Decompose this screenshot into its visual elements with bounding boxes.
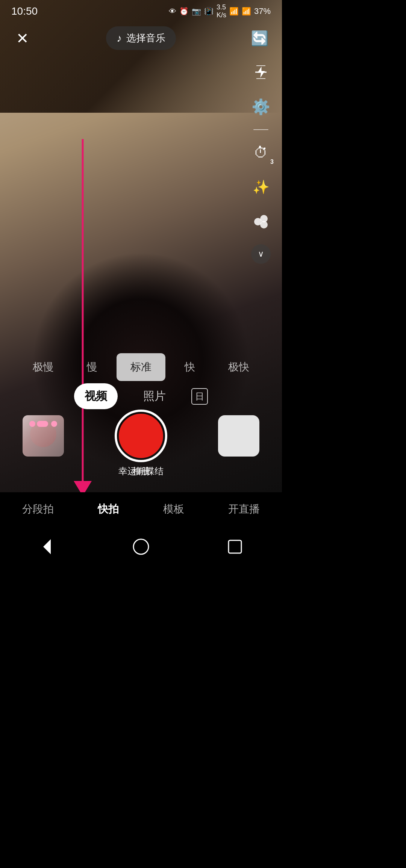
mode-item-照片[interactable]: 照片: [133, 383, 176, 409]
speed-bar: 极慢慢标准快极快: [0, 353, 282, 381]
right-controls: ⚙️ ⏱ 3 ✨ ∨: [249, 60, 273, 264]
expand-button[interactable]: ∨: [251, 244, 271, 264]
wifi-icon: 📶: [229, 7, 239, 16]
toolbar-item-开直播[interactable]: 开直播: [221, 498, 267, 520]
home-button[interactable]: [126, 535, 156, 558]
speed-item-极慢[interactable]: 极慢: [19, 353, 68, 381]
flash-icon: [254, 65, 268, 79]
top-controls: ✕ ♪ 选择音乐 🔄: [0, 26, 282, 50]
status-time: 10:50: [11, 5, 38, 17]
speed-item-极快[interactable]: 极快: [214, 353, 263, 381]
mode-bar: 视频照片日: [0, 383, 282, 409]
navigation-bar: [0, 526, 282, 567]
speed-item-慢[interactable]: 慢: [68, 353, 117, 381]
record-inner-circle: [119, 414, 163, 458]
recents-icon: [226, 537, 244, 556]
status-bar: 10:50 👁 ⏰ 📷 📳 3.5K/s 📶 📶 37%: [0, 0, 282, 23]
close-button[interactable]: ✕: [11, 27, 34, 50]
effects-button[interactable]: ✨: [249, 175, 273, 199]
effects-icon: ✨: [253, 179, 270, 195]
beauty-button[interactable]: [249, 210, 273, 234]
mode-item-视频[interactable]: 视频: [74, 383, 118, 409]
refresh-icon: 🔄: [251, 30, 268, 47]
album-button[interactable]: [218, 415, 259, 457]
home-icon: [132, 537, 150, 556]
toolbar-item-分段拍[interactable]: 分段拍: [15, 498, 61, 520]
back-icon: [38, 537, 56, 556]
timer-button[interactable]: ⏱ 3: [249, 141, 273, 165]
divider: [253, 129, 268, 130]
filter-thumbnail[interactable]: [23, 415, 64, 457]
timer-icon: ⏱: [254, 145, 268, 161]
toolbar-item-快拍[interactable]: 快拍: [90, 498, 126, 520]
eye-icon: 👁: [169, 7, 176, 16]
bottom-controls: 幸运蝴蝶结 相册: [0, 410, 282, 462]
settings-button[interactable]: ⚙️: [249, 95, 273, 119]
alarm-icon: ⏰: [179, 7, 189, 16]
battery-text: 37%: [254, 6, 271, 16]
svg-point-9: [133, 539, 148, 554]
svg-point-7: [260, 221, 268, 228]
avatar-image: [23, 415, 64, 457]
beauty-icon: [253, 213, 269, 230]
music-button[interactable]: ♪ 选择音乐: [106, 26, 176, 50]
signal-icon: 📶: [242, 7, 251, 16]
music-note-icon: ♪: [117, 32, 122, 44]
speed-item-快[interactable]: 快: [165, 353, 214, 381]
back-button[interactable]: [32, 535, 62, 558]
camera-icon: 📷: [192, 7, 201, 16]
recents-button[interactable]: [220, 535, 250, 558]
mode-item-calendar[interactable]: 日: [191, 388, 208, 405]
bottom-toolbar: 分段拍快拍模板开直播: [0, 492, 282, 526]
close-icon: ✕: [16, 30, 29, 47]
vibrate-icon: 📳: [204, 7, 214, 16]
status-icons: 👁 ⏰ 📷 📳 3.5K/s 📶 📶 37%: [169, 3, 271, 19]
gear-icon: ⚙️: [251, 98, 270, 116]
flip-camera-button[interactable]: 🔄: [248, 27, 271, 50]
record-button[interactable]: [115, 410, 167, 462]
toolbar-item-模板[interactable]: 模板: [156, 498, 192, 520]
speed-icon: 3.5K/s: [217, 3, 226, 19]
speed-item-标准[interactable]: 标准: [117, 353, 165, 381]
svg-rect-10: [229, 540, 241, 553]
timer-badge: 3: [270, 159, 274, 165]
music-label: 选择音乐: [126, 32, 165, 45]
album-label: 相册: [132, 465, 150, 477]
flash-button[interactable]: [249, 60, 273, 84]
svg-marker-8: [43, 539, 51, 554]
chevron-down-icon: ∨: [258, 249, 264, 259]
